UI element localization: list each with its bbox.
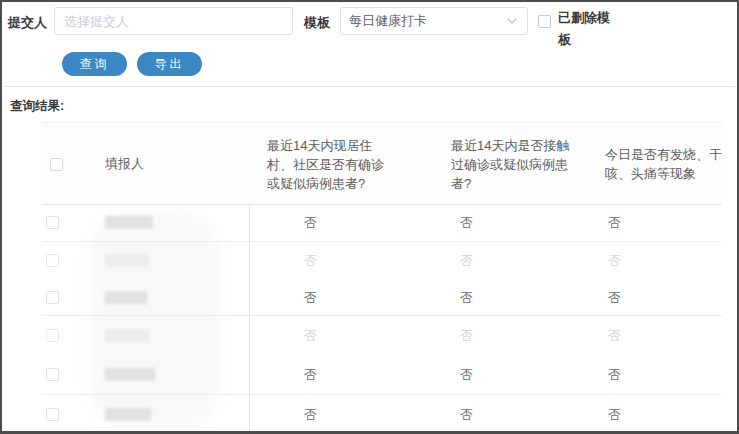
- answer-q1: 否: [304, 327, 317, 345]
- table-row: 否 否 否: [42, 355, 722, 395]
- health-checkin-query-screen: 提交人 模板 每日健康打卡 已删除模板 查询 导出 查询结果: 填报人 最近14…: [0, 0, 739, 434]
- answer-q2: 否: [460, 214, 473, 232]
- answer-q2: 否: [460, 327, 473, 345]
- export-button[interactable]: 导出: [137, 52, 202, 76]
- results-section-label: 查询结果:: [10, 98, 64, 115]
- redacted-name: [105, 329, 149, 342]
- answer-q3: 否: [608, 214, 621, 232]
- table-row: 否 否 否: [42, 242, 722, 280]
- table-row: 否 否 否: [42, 280, 722, 316]
- table-row: 否 否 否: [42, 316, 722, 355]
- answer-q1: 否: [304, 252, 317, 270]
- query-button[interactable]: 查询: [62, 52, 127, 76]
- row-checkbox[interactable]: [46, 291, 59, 304]
- column-header-q3: 今日是否有发烧、干咳、头痛等现象: [605, 145, 729, 183]
- row-checkbox[interactable]: [46, 368, 59, 381]
- row-checkbox[interactable]: [46, 254, 59, 267]
- column-header-q1: 最近14天内现居住村、社区是否有确诊或疑似病例患者?: [267, 135, 391, 192]
- answer-q2: 否: [460, 252, 473, 270]
- table-row: 否 否 否: [42, 395, 722, 434]
- row-checkbox[interactable]: [46, 216, 59, 229]
- column-header-q2: 最近14天内是否接触过确诊或疑似病例患者?: [451, 135, 575, 192]
- answer-q2: 否: [460, 366, 473, 384]
- row-checkbox[interactable]: [46, 329, 59, 342]
- answer-q1: 否: [304, 406, 317, 424]
- results-table: 填报人 最近14天内现居住村、社区是否有确诊或疑似病例患者? 最近14天内是否接…: [42, 122, 722, 433]
- row-checkbox[interactable]: [46, 408, 59, 421]
- select-all-checkbox[interactable]: [50, 158, 63, 171]
- column-header-filler: 填报人: [105, 155, 144, 173]
- table-row: 否 否 否: [42, 205, 722, 242]
- chevron-down-icon: [505, 14, 519, 28]
- submitter-label: 提交人: [8, 14, 47, 32]
- answer-q3: 否: [608, 289, 621, 307]
- answer-q3: 否: [608, 366, 621, 384]
- answer-q3: 否: [608, 406, 621, 424]
- redacted-name: [105, 368, 155, 381]
- table-header-row: 填报人 最近14天内现居住村、社区是否有确诊或疑似病例患者? 最近14天内是否接…: [42, 123, 722, 205]
- filter-results-divider: [4, 86, 735, 87]
- answer-q1: 否: [304, 289, 317, 307]
- answer-q1: 否: [304, 214, 317, 232]
- redacted-name: [105, 216, 153, 229]
- redacted-name: [105, 291, 147, 304]
- deleted-template-checkbox[interactable]: [538, 15, 551, 28]
- template-label: 模板: [304, 14, 330, 32]
- template-select[interactable]: 每日健康打卡: [340, 7, 528, 35]
- answer-q3: 否: [608, 252, 621, 270]
- answer-q3: 否: [608, 327, 621, 345]
- redacted-name: [105, 408, 151, 421]
- deleted-template-label: 已删除模板: [558, 7, 616, 51]
- redacted-name: [105, 254, 149, 267]
- answer-q2: 否: [460, 289, 473, 307]
- answer-q1: 否: [304, 366, 317, 384]
- answer-q2: 否: [460, 406, 473, 424]
- submitter-input[interactable]: [54, 7, 293, 35]
- template-select-value: 每日健康打卡: [349, 12, 505, 30]
